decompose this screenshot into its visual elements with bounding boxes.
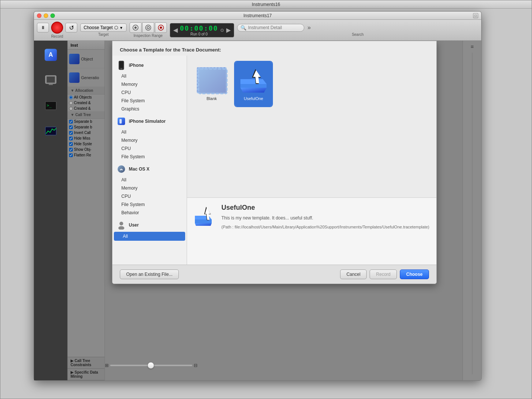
usefulone-template[interactable]: UsefulOne <box>235 62 272 106</box>
svg-point-2 <box>146 25 151 30</box>
svg-point-5 <box>160 27 162 29</box>
timer-settings-icon[interactable]: ⊙ <box>220 28 224 33</box>
iphone-cpu[interactable]: CPU <box>112 88 187 97</box>
zoom-slider-area: ⊞ ⊟ <box>105 362 197 369</box>
sim-memory[interactable]: Memory <box>112 136 187 144</box>
desc-content: UsefulOne This is my new template. It do… <box>221 204 430 259</box>
svg-marker-24 <box>240 84 267 88</box>
choose-button[interactable]: Choose <box>400 269 429 279</box>
macos-section: Mac OS X All Memory CPU File System Beha… <box>112 162 187 217</box>
desc-icon-container <box>193 204 215 259</box>
macos-platform[interactable]: Mac OS X <box>112 162 187 176</box>
svg-rect-9 <box>47 77 55 82</box>
traffic-lights <box>37 13 55 18</box>
choose-target-dropdown[interactable]: Choose Target ⬡ ▼ <box>80 24 127 32</box>
blank-icon <box>197 67 227 93</box>
insp-btn-3[interactable] <box>155 22 167 33</box>
choose-target-label: Choose Target <box>84 25 113 30</box>
cancel-button[interactable]: Cancel <box>340 269 367 279</box>
svg-text:>_: >_ <box>47 103 52 108</box>
dialog-body: iPhone All Memory CPU File System Graphi… <box>112 56 436 265</box>
main-window: Instruments17 □ ⏸ ↺ Record Choose Target… <box>34 11 482 381</box>
blank-label: Blank <box>206 96 217 101</box>
bg-titlebar: Instruments16 <box>0 0 532 9</box>
svg-point-3 <box>147 27 149 29</box>
usefulone-label: UsefulOne <box>244 96 263 101</box>
category-list: iPhone All Memory CPU File System Graphi… <box>112 56 187 265</box>
run-prev-button[interactable]: ◀ <box>173 27 178 34</box>
toolbar: ⏸ ↺ Record Choose Target ⬡ ▼ Target <box>34 20 481 41</box>
iphone-platform[interactable]: iPhone <box>112 59 187 72</box>
pause-button[interactable]: ⏸ <box>37 23 49 32</box>
record-button-dialog[interactable]: Record <box>370 269 397 279</box>
user-platform[interactable]: User <box>112 218 187 232</box>
description-area: UsefulOne This is my new template. It do… <box>187 197 436 265</box>
insp-btn-1[interactable] <box>130 22 141 33</box>
iphone-sim-section: iPhone Simulator All Memory CPU File Sys… <box>112 115 187 161</box>
svg-rect-15 <box>119 62 123 68</box>
iphone-icon <box>117 61 126 70</box>
iphone-memory[interactable]: Memory <box>112 80 187 88</box>
dialog-title-text: Choose a Template for the Trace Document… <box>120 47 221 53</box>
minimize-button[interactable] <box>44 13 48 18</box>
record-button[interactable] <box>51 22 63 34</box>
user-icon <box>117 221 126 230</box>
zoom-slider[interactable] <box>110 362 192 369</box>
sim-all[interactable]: All <box>112 128 187 136</box>
maximize-button[interactable] <box>50 13 55 18</box>
expand-icon[interactable]: » <box>307 24 311 31</box>
macos-filesystem[interactable]: File System <box>112 200 187 209</box>
chevron-down-icon: ▼ <box>119 26 123 30</box>
sidebar-icon-1: A <box>43 47 58 62</box>
user-all-selected[interactable]: All <box>114 232 185 241</box>
btn-group-right: Cancel Record Choose <box>340 269 429 279</box>
left-sidebar: A >_ <box>34 41 68 380</box>
run-next-button[interactable]: ▶ <box>226 27 231 34</box>
sidebar-icon-3: >_ <box>43 98 58 113</box>
record-label: Record <box>51 34 63 38</box>
desc-path: (Path : file://localhost/Users/Main/Libr… <box>221 224 430 230</box>
run-info: Run 0 of 0 <box>180 32 218 36</box>
iphone-sim-platform[interactable]: iPhone Simulator <box>112 115 187 128</box>
timer-value: 00:00:00 <box>180 24 218 32</box>
macos-cpu[interactable]: CPU <box>112 192 187 200</box>
dialog-footer: Open an Existing File... Cancel Record C… <box>112 265 436 284</box>
sim-filesystem[interactable]: File System <box>112 153 187 161</box>
search-box: 🔍 <box>237 24 304 32</box>
sidebar-item-1[interactable]: A <box>38 44 64 66</box>
desc-title: UsefulOne <box>221 204 430 212</box>
iphone-graphics[interactable]: Graphics <box>112 105 187 113</box>
sidebar-item-2[interactable] <box>38 69 64 91</box>
target-label: Target <box>98 32 109 37</box>
inspection-range-label: Inspection Range <box>134 34 163 38</box>
blank-template[interactable]: Blank <box>193 62 230 106</box>
template-chooser-dialog: Choose a Template for the Trace Document… <box>112 41 437 284</box>
template-grid: Blank <box>187 56 436 265</box>
sidebar-item-4[interactable] <box>38 120 64 142</box>
timer-display: ◀ 00:00:00 Run 0 of 0 ⊙ ▶ <box>170 23 234 37</box>
resize-button[interactable]: □ <box>473 13 478 18</box>
slider-right-icon: ⊟ <box>194 363 197 368</box>
sim-cpu[interactable]: CPU <box>112 144 187 153</box>
insp-btn-2[interactable] <box>142 22 154 33</box>
iphone-filesystem[interactable]: File System <box>112 97 187 105</box>
close-button[interactable] <box>37 13 41 18</box>
macos-icon <box>117 165 126 174</box>
macos-behavior[interactable]: Behavior <box>112 209 187 217</box>
svg-marker-23 <box>240 88 267 93</box>
center-panel: Inst Object Generatio ▼ Allocation <box>68 41 481 380</box>
svg-marker-29 <box>195 219 212 223</box>
svg-point-1 <box>134 27 137 29</box>
macos-memory[interactable]: Memory <box>112 184 187 192</box>
svg-point-16 <box>121 68 122 69</box>
iphone-all[interactable]: All <box>112 72 187 80</box>
macos-all[interactable]: All <box>112 176 187 184</box>
sidebar-item-3[interactable]: >_ <box>38 94 64 117</box>
iphone-label: iPhone <box>129 63 144 68</box>
refresh-button[interactable]: ↺ <box>65 23 77 32</box>
search-input[interactable] <box>248 25 300 30</box>
open-existing-button[interactable]: Open an Existing File... <box>120 269 179 279</box>
slider-thumb[interactable] <box>147 362 154 369</box>
svg-point-20 <box>119 222 123 225</box>
dialog-title: Choose a Template for the Trace Document… <box>112 41 436 56</box>
